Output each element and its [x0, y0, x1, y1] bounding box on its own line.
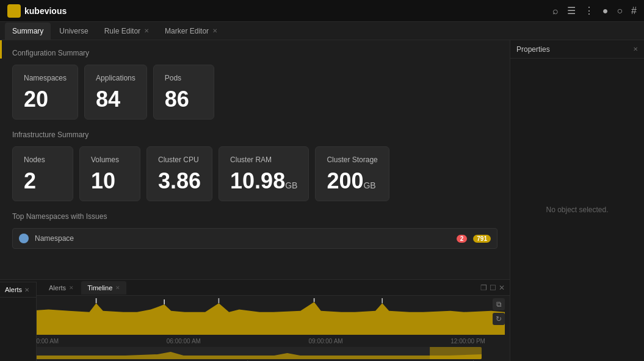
- alerts-close[interactable]: ✕: [24, 287, 29, 293]
- timeline-history-btn[interactable]: ⧉: [493, 298, 505, 310]
- hash-icon[interactable]: #: [631, 5, 637, 16]
- tab-marker-editor[interactable]: Marker Editor ✕: [157, 23, 225, 40]
- ns-badge-red: 2: [457, 235, 468, 243]
- mini-chart-container: [28, 347, 482, 359]
- alerts-tab[interactable]: Alerts ✕: [0, 282, 36, 298]
- timeline-refresh-btn[interactable]: ↻: [493, 313, 505, 325]
- cluster-storage-value: 200GB: [327, 170, 377, 192]
- tab-marker-editor-close[interactable]: ✕: [212, 27, 217, 34]
- top-ns-title: Top Namespaces with Issues: [12, 212, 497, 221]
- bottom-area: Alerts ✕ Alerts ✕ Timeline ✕: [0, 279, 510, 361]
- tab-summary[interactable]: Summary: [5, 23, 51, 40]
- tab-rule-editor-close[interactable]: ✕: [144, 27, 149, 34]
- panel-timeline-close[interactable]: ✕: [115, 285, 120, 291]
- cluster-ram-card: Cluster RAM 10.98GB: [219, 146, 309, 201]
- config-cards-row: Namespaces 20 Applications 84 Pods 86: [12, 65, 497, 120]
- mini-chart-svg: [28, 347, 482, 359]
- panel-expand[interactable]: ☐: [490, 284, 496, 292]
- svg-rect-9: [430, 347, 482, 359]
- infra-cards-row: Nodes 2 Volumes 10 Cluster CPU 3.86: [12, 146, 497, 201]
- alerts-overlay: Alerts ✕: [0, 282, 37, 361]
- left-panel: Configuration Summary Namespaces 20 Appl…: [0, 40, 510, 361]
- logo-icon: [7, 4, 21, 18]
- ns-badge-gold: 791: [473, 235, 491, 243]
- topbar: kubevious ⌕ ☰ ⋮ ● ○ #: [0, 0, 644, 22]
- right-panel-header: Properties ✕: [510, 40, 644, 59]
- top-ns-section: Top Namespaces with Issues Namespace 2 7…: [12, 212, 497, 249]
- panel-tab-alerts[interactable]: Alerts ✕: [43, 281, 80, 295]
- orange-accent: [0, 40, 2, 59]
- ns-label: Namespace: [35, 234, 450, 243]
- volumes-value: 10: [91, 170, 129, 192]
- ns-row[interactable]: Namespace 2 791: [12, 228, 497, 249]
- bottom-tabbar: Alerts ✕ Timeline ✕ ❐ ☐ ✕: [0, 280, 510, 296]
- timeline-labels: 03:00:00 AM 06:00:00 AM 09:00:00 AM 12:0…: [0, 337, 510, 346]
- panel-tab-timeline[interactable]: Timeline ✕: [81, 281, 126, 295]
- applications-card: Applications 84: [84, 65, 147, 120]
- right-panel-close[interactable]: ✕: [633, 46, 638, 52]
- main-layout: Configuration Summary Namespaces 20 Appl…: [0, 40, 644, 361]
- cluster-storage-card: Cluster Storage 200GB: [315, 146, 389, 201]
- svg-marker-2: [28, 302, 505, 335]
- namespaces-card: Namespaces 20: [12, 65, 78, 120]
- panel-minimize[interactable]: ❐: [480, 284, 487, 292]
- namespaces-value: 20: [24, 88, 67, 110]
- right-panel-body: No object selected.: [510, 59, 644, 361]
- right-panel: Properties ✕ No object selected.: [510, 40, 644, 361]
- infra-section-title: Infrastructure Summary: [12, 130, 497, 139]
- applications-value: 84: [96, 88, 136, 110]
- pods-value: 86: [165, 88, 203, 110]
- cluster-cpu-card: Cluster CPU 3.86: [147, 146, 212, 201]
- config-section-title: Configuration Summary: [12, 49, 497, 57]
- sliders-icon[interactable]: ☰: [567, 5, 576, 16]
- main-chart-container: [0, 296, 510, 337]
- nodes-card: Nodes 2: [12, 146, 73, 201]
- timeline-actions: ⧉ ↻: [493, 298, 505, 325]
- tab-rule-editor[interactable]: Rule Editor ✕: [97, 23, 156, 40]
- search-icon[interactable]: ⌕: [552, 5, 559, 16]
- panel-alerts-close[interactable]: ✕: [69, 285, 74, 291]
- panel-close[interactable]: ✕: [499, 284, 505, 292]
- ns-dot: [19, 234, 29, 243]
- github-icon[interactable]: ○: [617, 5, 623, 16]
- logo: kubevious: [7, 4, 67, 18]
- svg-marker-8: [28, 352, 482, 359]
- user-icon[interactable]: ●: [602, 5, 609, 16]
- pods-card: Pods 86: [153, 65, 214, 120]
- grid-icon[interactable]: ⋮: [584, 5, 594, 16]
- tabbar: Summary Universe Rule Editor ✕ Marker Ed…: [0, 22, 644, 40]
- cluster-ram-value: 10.98GB: [230, 170, 297, 192]
- timeline-panel: Alerts ✕ Timeline ✕ ❐ ☐ ✕: [0, 279, 510, 361]
- app-name: kubevious: [24, 6, 67, 16]
- main-chart-svg: [28, 298, 505, 335]
- timeline-panel-controls: ❐ ☐ ✕: [480, 284, 505, 292]
- nodes-value: 2: [24, 170, 62, 192]
- summary-content: Configuration Summary Namespaces 20 Appl…: [0, 40, 510, 257]
- tab-universe[interactable]: Universe: [52, 23, 95, 40]
- topbar-icons: ⌕ ☰ ⋮ ● ○ #: [552, 5, 637, 16]
- svg-point-1: [13, 10, 15, 12]
- cluster-cpu-value: 3.86: [158, 170, 201, 192]
- volumes-card: Volumes 10: [79, 146, 140, 201]
